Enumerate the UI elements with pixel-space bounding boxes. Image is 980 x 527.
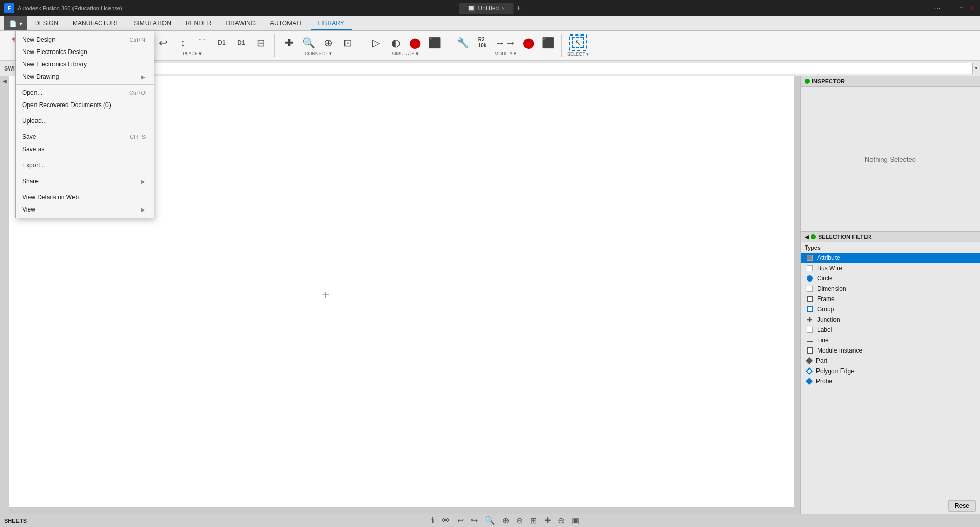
menu-item-view-details[interactable]: View Details on Web (16, 191, 154, 203)
more-options-icon[interactable]: ⋯ (934, 4, 941, 12)
menu-item-upload[interactable]: Upload... (16, 115, 154, 127)
tab-close-button[interactable]: × (502, 6, 505, 11)
app-icon: F (4, 3, 14, 13)
filter-icon-buswire (807, 265, 813, 271)
menu-item-new-drawing[interactable]: New Drawing ▶ (16, 71, 154, 83)
filter-label-line: Line (817, 337, 829, 344)
mirror-button[interactable]: ↕ (173, 35, 192, 50)
arrow-icon-share: ▶ (141, 179, 146, 184)
menu-item-new-electronics-design[interactable]: New Electronics Design (16, 46, 154, 58)
ribbon-tab-automate[interactable]: AUTOMATE (263, 16, 311, 30)
menu-item-new-design[interactable]: New Design Ctrl+N (16, 33, 154, 46)
frame-select-button[interactable]: ▣ (570, 515, 582, 526)
properties-button[interactable]: 🔧 (453, 35, 472, 50)
component-d1b-button[interactable]: D1 (232, 35, 250, 50)
ribbon-tab-render[interactable]: RENDER (178, 16, 219, 30)
minimize-button[interactable]: — (947, 4, 955, 12)
tab-title: Untitled (478, 5, 499, 12)
forward-button[interactable]: →→ (493, 35, 518, 50)
filter-label-probe: Probe (816, 378, 832, 385)
dropdown-arrow-icon[interactable]: ▾ (975, 65, 978, 72)
zoom-in-button[interactable]: ⊕ (319, 35, 337, 50)
add-probe-button[interactable]: ⬛ (425, 35, 444, 50)
run-simulate-button[interactable]: ▷ (367, 35, 385, 50)
menu-item-export[interactable]: Export... (16, 159, 154, 171)
filter-item-line[interactable]: Line (801, 335, 980, 345)
filter-item-dimension[interactable]: Dimension (801, 284, 980, 294)
new-tab-button[interactable]: + (516, 4, 521, 13)
grid-button[interactable]: ⊞ (528, 515, 539, 526)
ribbon-tab-simulation[interactable]: SIMULATION (126, 16, 178, 30)
menu-item-open-recovered[interactable]: Open Recovered Documents (0) (16, 99, 154, 111)
menu-separator-6 (16, 189, 154, 189)
filter-item-part[interactable]: Part (801, 356, 980, 366)
undo-button[interactable]: ↩ (154, 35, 172, 50)
power-button[interactable]: ⬛ (539, 35, 557, 50)
sidebar-toggle-button[interactable]: ◀ (3, 78, 7, 84)
ribbon-tab-design[interactable]: DESIGN (27, 16, 65, 30)
file-dropdown-arrow: ▾ (19, 20, 22, 27)
arrow-icon-new-drawing: ▶ (141, 74, 146, 80)
filter-item-label[interactable]: Label (801, 325, 980, 335)
menu-item-new-electronics-library[interactable]: New Electronics Library (16, 58, 154, 71)
sel-filter-types-label: Types (801, 242, 980, 253)
filter-item-attribute[interactable]: Attribute (801, 253, 980, 263)
sel-filter-collapse-icon[interactable]: ◀ (805, 234, 809, 240)
zoom-in-bottom-button[interactable]: ⊕ (500, 515, 511, 526)
app-title: Autodesk Fusion 360 (Education License) (17, 5, 122, 11)
filter-label-polygon-edge: Polygon Edge (816, 367, 855, 375)
filter-label-circle: Circle (817, 275, 833, 282)
ribbon-tab-drawing[interactable]: DRAWING (219, 16, 263, 30)
menu-item-share[interactable]: Share ▶ (16, 175, 154, 187)
info-button[interactable]: ℹ (429, 515, 437, 526)
horizontal-scrollbar[interactable] (9, 507, 794, 514)
menu-label-upload: Upload... (22, 117, 47, 125)
menu-item-open[interactable]: Open... Ctrl+O (16, 86, 154, 99)
filter-item-circle[interactable]: Circle (801, 273, 980, 284)
maximize-button[interactable]: □ (957, 4, 966, 12)
component-d1-button[interactable]: D1 (212, 35, 231, 50)
menu-item-save[interactable]: Save Ctrl+S (16, 131, 154, 143)
zoom-out-bottom-button[interactable]: ⊖ (514, 515, 525, 526)
redo-bottom-button[interactable]: ↪ (469, 515, 480, 526)
filter-item-probe[interactable]: Probe (801, 376, 980, 387)
menu-label-open: Open... (22, 89, 42, 96)
stop-button[interactable]: ⬤ (406, 35, 424, 50)
select-button[interactable]: ↖ (569, 34, 587, 51)
add-wire-button[interactable]: ✚ (280, 35, 298, 50)
remove-button[interactable]: ⊖ (556, 515, 567, 526)
zoom-fit-button[interactable]: 🔍 (483, 515, 497, 526)
filter-item-junction[interactable]: ✚ Junction (801, 314, 980, 325)
zoom-out-button[interactable]: ⊡ (338, 35, 357, 50)
reset-bar: Rese (801, 498, 980, 514)
oscilloscope-button[interactable]: ◐ (386, 35, 405, 50)
ribbon-tab-library[interactable]: LIBRARY (311, 16, 352, 30)
search-input[interactable] (37, 63, 973, 74)
arc-button[interactable]: ⌒ (193, 35, 211, 50)
ribbon-tab-manufacture[interactable]: MANUFACTURE (65, 16, 126, 30)
place-bus-button[interactable]: ⊟ (251, 35, 270, 50)
undo-bottom-button[interactable]: ↩ (455, 515, 466, 526)
file-menu-button[interactable]: 📄 ▾ (4, 16, 27, 30)
add-button[interactable]: ✚ (542, 515, 553, 526)
menu-item-save-as[interactable]: Save as (16, 143, 154, 155)
menu-item-view[interactable]: View ▶ (16, 203, 154, 216)
menu-label-view: View (22, 206, 35, 213)
sheets-label: SHEETS (4, 518, 27, 524)
active-tab[interactable]: 🔲 Untitled × (459, 3, 514, 14)
vertical-scrollbar[interactable] (794, 76, 800, 514)
reset-button[interactable]: Rese (948, 500, 976, 512)
filter-item-module-instance[interactable]: Module Instance (801, 345, 980, 356)
filter-item-buswire[interactable]: Bus Wire (801, 263, 980, 273)
filter-item-group[interactable]: Group (801, 304, 980, 314)
net-button[interactable]: ⬤ (519, 35, 538, 50)
zoom-area-button[interactable]: 🔍 (299, 35, 318, 50)
resistor-value-button[interactable]: R210k (473, 35, 492, 50)
eye-button[interactable]: 👁 (440, 515, 452, 526)
close-button[interactable]: × (968, 4, 976, 12)
filter-item-frame[interactable]: Frame (801, 294, 980, 304)
sheets-section: SHEETS (4, 518, 27, 524)
file-dropdown-menu: New Design Ctrl+N New Electronics Design… (15, 31, 154, 218)
menu-label-view-details: View Details on Web (22, 194, 79, 201)
filter-item-polygon-edge[interactable]: Polygon Edge (801, 366, 980, 376)
